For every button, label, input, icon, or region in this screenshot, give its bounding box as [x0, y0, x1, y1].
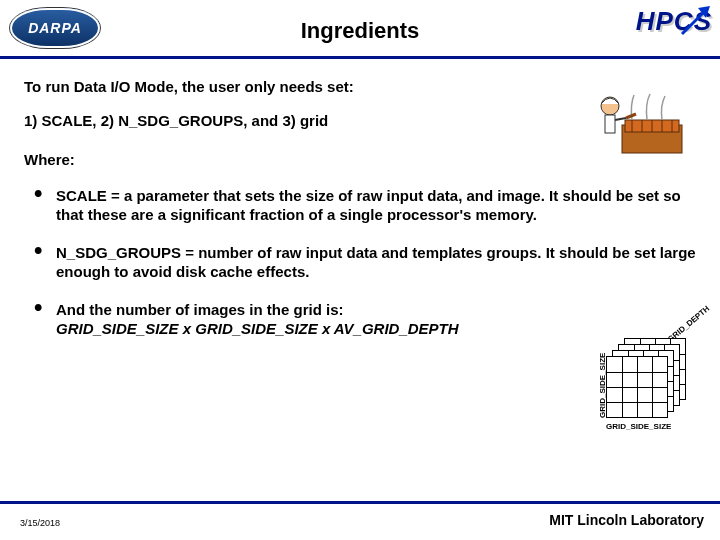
- svg-line-0: [682, 12, 704, 34]
- scale-body: = a parameter that sets the size of raw …: [56, 187, 681, 224]
- svg-line-11: [615, 118, 626, 120]
- darpa-logo-text: DARPA: [28, 20, 82, 36]
- scale-head: SCALE: [56, 187, 107, 204]
- footer-date: 3/15/2018: [20, 518, 60, 528]
- bullet-scale: SCALE = a parameter that sets the size o…: [34, 186, 696, 225]
- grid-formula: GRID_SIDE_SIZE x GRID_SIDE_SIZE x AV_GRI…: [56, 320, 459, 337]
- nsdg-head: N_SDG_GROUPS: [56, 244, 181, 261]
- grid-x-label: GRID_SIDE_SIZE: [606, 422, 671, 470]
- footer-lab: MIT Lincoln Laboratory: [549, 512, 704, 528]
- slide-title: Ingredients: [0, 0, 720, 44]
- bullet-list: SCALE = a parameter that sets the size o…: [34, 186, 696, 339]
- svg-rect-10: [605, 115, 615, 133]
- grid-y-label: GRID_SIDE_SIZE: [598, 353, 607, 418]
- grid-diagram: AV_GRID_DEPTH GRID_SIDE_SIZE GRID_SIDE_S…: [570, 318, 700, 458]
- hpcs-logo: HPCS: [636, 6, 712, 37]
- slide: DARPA Ingredients HPCS To run Data I/O M…: [0, 0, 720, 540]
- footer-divider: [0, 501, 720, 504]
- cooking-illustration: [592, 70, 692, 160]
- darpa-logo: DARPA: [10, 8, 100, 48]
- arrow-icon: [680, 6, 710, 36]
- svg-line-12: [626, 114, 636, 118]
- bullet-nsdg: N_SDG_GROUPS = number of raw input data …: [34, 243, 696, 282]
- header: DARPA Ingredients HPCS: [0, 0, 720, 59]
- grid-intro: And the number of images in the grid is:: [56, 301, 344, 318]
